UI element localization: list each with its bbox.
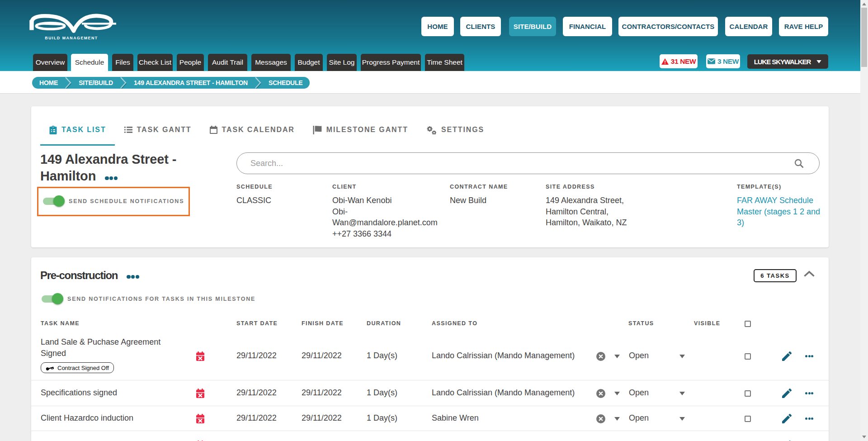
svg-text:BUILD MANAGEMENT: BUILD MANAGEMENT (45, 36, 98, 40)
